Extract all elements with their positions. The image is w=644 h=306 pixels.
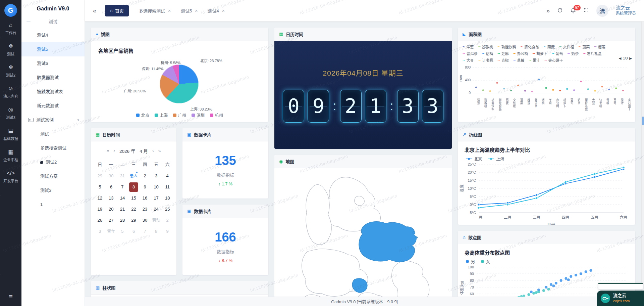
calendar-day[interactable]: 16: [139, 193, 151, 203]
legend-item[interactable]: 上海: [488, 156, 504, 162]
app-logo[interactable]: G: [4, 4, 17, 17]
calendar-day[interactable]: 22: [128, 205, 140, 214]
sidebar-item-测试4[interactable]: 测试4: [21, 28, 85, 42]
calendar-day[interactable]: 28: [117, 216, 128, 225]
user-menu[interactable]: 流之云 系统管理员: [616, 5, 636, 16]
legend-item[interactable]: ~膨化食品: [521, 44, 539, 49]
pager-next-icon[interactable]: ▶: [629, 56, 632, 60]
legend-item[interactable]: ~大豆: [463, 57, 474, 63]
legend-item[interactable]: ~青椒: [497, 57, 509, 63]
sidebar-item-被触发测试表[interactable]: 被触发测试表: [21, 85, 85, 99]
calendar-day[interactable]: 14: [117, 193, 128, 203]
calendar-day[interactable]: 2: [139, 171, 151, 181]
calendar-day[interactable]: 3: [94, 227, 106, 236]
chat-mini-bar[interactable]: [598, 283, 643, 290]
sidebar-subitem-测试2[interactable]: 测试2: [21, 155, 85, 169]
pie-chart[interactable]: [160, 64, 199, 103]
page-scrollbar[interactable]: [641, 21, 644, 297]
sidebar-subitem-1[interactable]: 1: [21, 198, 85, 212]
calendar-day[interactable]: 10: [151, 182, 162, 192]
calendar-day[interactable]: 15: [128, 193, 140, 203]
close-icon[interactable]: ×: [222, 8, 225, 13]
calendar-day[interactable]: 5: [94, 182, 106, 192]
tab-首页[interactable]: ⌂首页: [105, 5, 129, 16]
sidebar-item-触发器测试[interactable]: 触发器测试: [21, 71, 85, 85]
calendar-month-select[interactable]: 4 月: [140, 147, 148, 154]
calendar-day[interactable]: 8: [129, 182, 139, 192]
calendar-day[interactable]: 17: [151, 193, 162, 203]
legend-item[interactable]: 男: [466, 259, 475, 264]
sidebar-item-测试案例[interactable]: 测试案例▾: [21, 113, 85, 127]
legend-item[interactable]: ~普洱茶: [463, 51, 478, 56]
calendar-day[interactable]: 7: [139, 227, 151, 236]
legend-item[interactable]: ~菠菜: [579, 44, 590, 49]
china-map[interactable]: [274, 168, 452, 297]
rail-item-workbench[interactable]: ⌂工作台: [0, 18, 21, 39]
calendar-day[interactable]: 13: [106, 193, 117, 203]
legend-item[interactable]: 上海: [155, 112, 168, 118]
sidebar-subitem-测试3[interactable]: 测试3: [21, 183, 85, 198]
next-year-icon[interactable]: »: [158, 148, 161, 154]
legend-item[interactable]: 广州: [173, 112, 186, 118]
pager-prev-icon[interactable]: ◀: [619, 56, 622, 60]
sidebar-subitem-测试[interactable]: 测试: [21, 127, 85, 141]
legend-item[interactable]: ~胡萝卜: [532, 51, 547, 56]
calendar-day[interactable]: 23: [139, 205, 151, 214]
legend-item[interactable]: ~文件柜: [559, 44, 574, 49]
calendar-day[interactable]: 31: [117, 171, 128, 181]
sidebar-item-新元数测试[interactable]: 新元数测试: [21, 99, 85, 113]
user-avatar[interactable]: 流: [596, 5, 608, 17]
calendar-year-select[interactable]: 2026 年: [119, 147, 135, 154]
legend-item[interactable]: 北京: [136, 112, 149, 118]
calendar-day[interactable]: 19: [94, 205, 106, 214]
rail-item-test[interactable]: ❄测试: [0, 39, 21, 60]
legend-item[interactable]: ~办公椅: [513, 51, 528, 56]
legend-item[interactable]: ~薯片礼盒: [583, 51, 602, 56]
calendar-day[interactable]: 11: [162, 182, 173, 192]
legend-item[interactable]: ~订书机: [478, 57, 493, 63]
calendar-day[interactable]: 2: [162, 216, 173, 225]
rail-item-enterprise-hub[interactable]: ▦企业中枢: [0, 145, 21, 166]
calendar-day[interactable]: 29: [128, 216, 140, 225]
calendar-day[interactable]: 20: [106, 205, 117, 214]
legend-item[interactable]: 杭州: [210, 112, 223, 118]
calendar-day[interactable]: 30: [106, 171, 117, 181]
chat-badge[interactable]: 流之云 cojz8.com: [597, 291, 644, 306]
rail-item-test2[interactable]: ❄测试2: [0, 60, 21, 82]
sidebar-subitem-多选搜索测试[interactable]: 多选搜索测试: [21, 141, 85, 155]
menu-collapse-icon[interactable]: ≡: [9, 288, 13, 306]
legend-item[interactable]: ~榴莲: [594, 44, 605, 49]
legend-item[interactable]: 深圳: [192, 112, 205, 118]
tab-多选搜索测试[interactable]: 多选搜索测试×: [139, 5, 171, 16]
legend-item[interactable]: ~果汁: [529, 57, 540, 63]
legend-item[interactable]: ~芝麻: [497, 51, 509, 56]
rail-item-base-data[interactable]: ▤基础数据: [0, 124, 21, 145]
rail-item-test3[interactable]: ◎测试3: [0, 103, 21, 124]
tab-测试5[interactable]: 测试5×: [181, 5, 198, 16]
calendar-day[interactable]: 12: [94, 193, 106, 203]
legend-item[interactable]: 女: [481, 259, 490, 264]
tabs-scroll-right-icon[interactable]: »: [546, 8, 550, 14]
notifications-bell-icon[interactable]: 57: [570, 8, 576, 14]
calendar-day[interactable]: 26: [94, 216, 106, 225]
legend-item[interactable]: ~燕麦: [543, 44, 555, 49]
calendar-day[interactable]: 8: [151, 227, 162, 236]
prev-year-icon[interactable]: «: [107, 148, 109, 154]
legend-item[interactable]: ~葡萄: [552, 51, 563, 56]
legend-item[interactable]: ~话梅: [482, 51, 493, 56]
calendar-day[interactable]: 18: [162, 193, 173, 203]
next-month-icon[interactable]: ›: [152, 148, 154, 154]
sidebar-item-测试5[interactable]: 测试5: [21, 42, 85, 56]
calendar-day[interactable]: 4: [162, 171, 173, 181]
calendar-day[interactable]: 6: [106, 182, 117, 192]
calendar-day[interactable]: 3: [151, 171, 162, 181]
calendar-day[interactable]: 9: [139, 182, 151, 192]
scrollbar-thumb[interactable]: [642, 117, 644, 125]
line-chart[interactable]: -5°C0°C5°C10°C15°C20°C25°C一月二月三月四月五月六月月份…: [458, 162, 632, 225]
calendar-day[interactable]: 青年: [106, 227, 117, 236]
sidebar-group-label[interactable]: 测试: [21, 15, 85, 28]
legend-item[interactable]: 北京: [466, 156, 482, 162]
legend-item[interactable]: ~夹心饼干: [544, 57, 563, 63]
sidebar-item-测试6[interactable]: 测试6: [21, 56, 85, 71]
calendar-day[interactable]: 25: [162, 205, 173, 214]
